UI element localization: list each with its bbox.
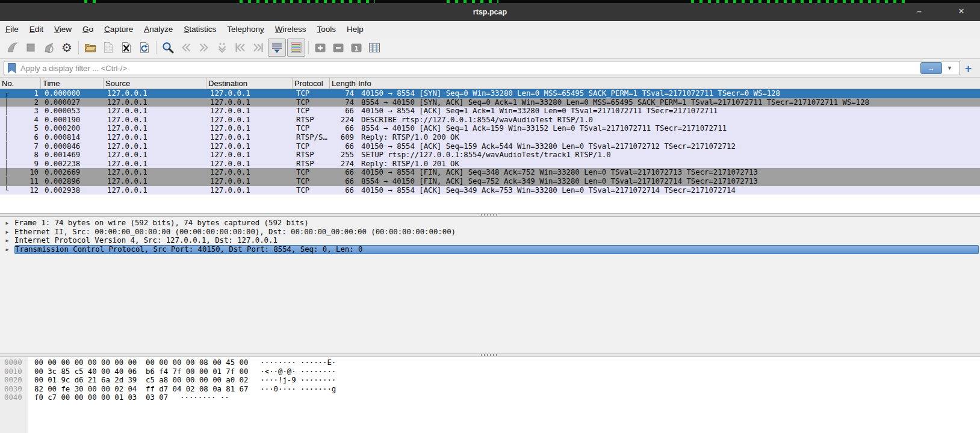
packet-row[interactable]: │9 0.002238 127.0.0.1 127.0.0.1 RTSP 274…: [0, 160, 980, 169]
menu-wireless[interactable]: Wireless: [270, 21, 312, 37]
filter-bookmark-icon[interactable]: [8, 63, 16, 73]
packet-row[interactable]: │3 0.000053 127.0.0.1 127.0.0.1 TCP 66 4…: [0, 107, 980, 116]
col-destination: 127.0.0.1: [206, 107, 293, 116]
splitter-handle[interactable]: [481, 354, 499, 356]
open-file-icon[interactable]: [82, 39, 99, 56]
expander-icon[interactable]: ▶: [0, 238, 14, 243]
conversation-bracket: │: [0, 116, 13, 125]
packet-row[interactable]: │10 0.002669 127.0.0.1 127.0.0.1 TCP 66 …: [0, 168, 980, 177]
hex-row[interactable]: 0030 82 00 fe 30 00 00 02 04 ff d7 04 02…: [0, 385, 980, 394]
zoom-out-icon[interactable]: [330, 39, 347, 56]
hex-row[interactable]: 0000 00 00 00 00 00 00 00 00 00 00 00 00…: [0, 358, 980, 367]
col-protocol: TCP: [293, 98, 330, 107]
packet-row[interactable]: │4 0.000190 127.0.0.1 127.0.0.1 RTSP 224…: [0, 116, 980, 125]
col-no: │10: [0, 168, 41, 177]
column-header-no[interactable]: No.: [0, 78, 41, 89]
hex-row[interactable]: 0010 00 3c 85 c5 40 00 40 06 b6 f4 7f 00…: [0, 367, 980, 376]
conversation-bracket: └: [0, 186, 13, 195]
close-button[interactable]: ✕: [951, 7, 972, 16]
go-to-packet-icon[interactable]: [214, 39, 231, 56]
column-header-source[interactable]: Source: [104, 78, 206, 89]
menu-statistics[interactable]: Statistics: [178, 21, 222, 37]
hex-row[interactable]: 0040 f0 c7 00 00 00 00 01 03 03 07 ·····…: [0, 393, 980, 402]
menu-tools[interactable]: Tools: [312, 21, 342, 37]
find-packet-icon[interactable]: [160, 39, 176, 56]
expander-icon[interactable]: ▶: [0, 247, 14, 252]
menu-file[interactable]: File: [0, 21, 24, 37]
detail-row-tcp[interactable]: ▶ Transmission Control Protocol, Src Por…: [0, 245, 980, 254]
go-back-icon[interactable]: [178, 39, 194, 56]
col-destination: 127.0.0.1: [206, 186, 293, 195]
column-header-destination[interactable]: Destination: [206, 78, 293, 89]
conversation-bracket: │: [0, 177, 13, 186]
capture-stop-icon[interactable]: [22, 39, 39, 56]
svg-text:1: 1: [355, 45, 358, 52]
packet-row[interactable]: │8 0.001469 127.0.0.1 127.0.0.1 RTSP 255…: [0, 151, 980, 160]
col-no: │9: [0, 160, 41, 169]
col-protocol: TCP: [293, 124, 330, 133]
reload-file-icon[interactable]: [136, 39, 153, 56]
col-length: 66: [330, 142, 356, 151]
col-destination: 127.0.0.1: [206, 168, 293, 177]
auto-scroll-icon[interactable]: [268, 39, 286, 57]
minimize-button[interactable]: –: [909, 7, 929, 16]
packet-row[interactable]: └12 0.002938 127.0.0.1 127.0.0.1 TCP 66 …: [0, 186, 980, 195]
menu-go[interactable]: Go: [77, 21, 99, 37]
detail-text-selected: Transmission Control Protocol, Src Port:…: [14, 245, 979, 254]
save-file-icon[interactable]: 01010110: [100, 39, 117, 56]
menu-edit[interactable]: Edit: [24, 21, 49, 37]
col-time: 0.000846: [41, 142, 104, 151]
colorize-icon[interactable]: [287, 39, 305, 57]
hex-bytes: 00 00 00 00 00 00 00 00 00 00 00 00 08 0…: [34, 358, 248, 367]
menu-analyze[interactable]: Analyze: [138, 21, 178, 37]
add-filter-button-icon[interactable]: +: [960, 63, 976, 74]
menu-capture[interactable]: Capture: [99, 21, 138, 37]
capture-restart-icon[interactable]: [40, 39, 57, 56]
packet-row[interactable]: │2 0.000027 127.0.0.1 127.0.0.1 TCP 74 8…: [0, 98, 980, 107]
conversation-bracket: │: [0, 160, 13, 169]
col-length: 224: [330, 116, 356, 125]
menu-telephony[interactable]: Telephony: [222, 21, 270, 37]
packet-row[interactable]: │7 0.000846 127.0.0.1 127.0.0.1 TCP 66 4…: [0, 142, 980, 151]
detail-row-frame[interactable]: ▶ Frame 1: 74 bytes on wire (592 bits), …: [0, 219, 980, 228]
packet-row[interactable]: │11 0.002896 127.0.0.1 127.0.0.1 TCP 66 …: [0, 177, 980, 186]
display-filter-input[interactable]: [19, 63, 920, 73]
conversation-bracket: │: [0, 107, 13, 116]
capture-start-icon[interactable]: [4, 39, 21, 56]
packet-row[interactable]: │6 0.000814 127.0.0.1 127.0.0.1 RTSP/S… …: [0, 133, 980, 142]
detail-row-ip[interactable]: ▶ Internet Protocol Version 4, Src: 127.…: [0, 236, 980, 245]
column-header-length[interactable]: Length: [330, 78, 356, 89]
expander-icon[interactable]: ▶: [0, 229, 14, 235]
pane-splitter[interactable]: [0, 213, 980, 217]
menu-view[interactable]: View: [49, 21, 77, 37]
hex-offset: 0010: [0, 367, 28, 376]
col-source: 127.0.0.1: [104, 177, 206, 186]
col-no: │11: [0, 177, 41, 186]
col-no: │8: [0, 151, 41, 160]
column-header-protocol[interactable]: Protocol: [293, 78, 330, 89]
packet-details-pane: ▶ Frame 1: 74 bytes on wire (592 bits), …: [0, 217, 980, 354]
resize-columns-icon[interactable]: [366, 39, 383, 56]
filter-dropdown-icon[interactable]: ▼: [942, 65, 957, 71]
zoom-in-icon[interactable]: [312, 39, 329, 56]
go-first-icon[interactable]: [232, 39, 249, 56]
capture-options-icon[interactable]: ⚙: [58, 39, 75, 56]
menu-help[interactable]: Help: [341, 21, 369, 37]
conversation-bracket: │: [0, 133, 13, 142]
hex-row[interactable]: 0020 00 01 9c d6 21 6a 2d 39 c5 a8 00 00…: [0, 376, 980, 385]
packet-row[interactable]: ┌1 0.000000 127.0.0.1 127.0.0.1 TCP 74 4…: [0, 89, 980, 98]
zoom-100-icon[interactable]: 1: [348, 39, 365, 56]
go-last-icon[interactable]: [250, 39, 267, 56]
column-header-time[interactable]: Time: [41, 78, 104, 89]
apply-filter-button[interactable]: →: [920, 62, 942, 74]
go-forward-icon[interactable]: [196, 39, 212, 56]
close-file-icon[interactable]: [118, 39, 135, 56]
col-time: 0.000200: [41, 124, 104, 133]
packet-row[interactable]: │5 0.000200 127.0.0.1 127.0.0.1 TCP 66 8…: [0, 124, 980, 133]
detail-row-ethernet[interactable]: ▶ Ethernet II, Src: 00:00:00_00:00:00 (0…: [0, 228, 980, 237]
column-header-info[interactable]: Info: [356, 78, 980, 89]
expander-icon[interactable]: ▶: [0, 220, 14, 226]
col-protocol: RTSP: [293, 160, 330, 169]
hex-ascii: ····!j-9 ········: [260, 376, 336, 385]
splitter-handle[interactable]: [481, 214, 499, 216]
